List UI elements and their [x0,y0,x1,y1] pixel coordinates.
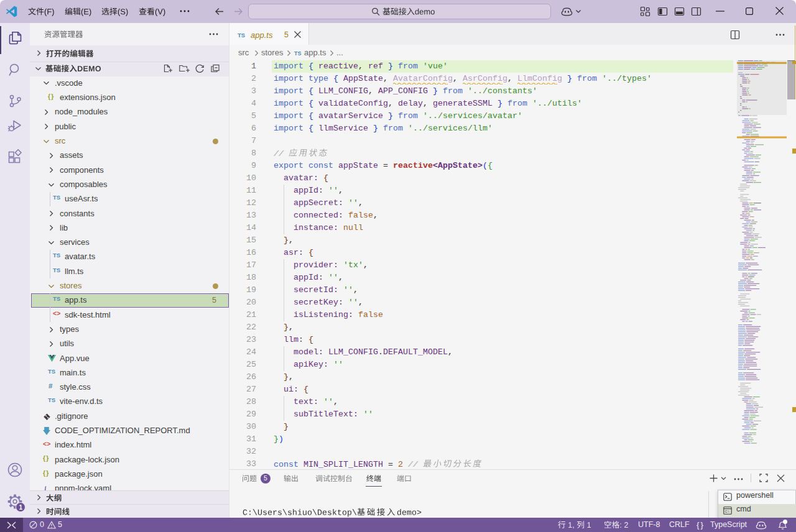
svg-text:C:\: C:\ [724,510,729,513]
